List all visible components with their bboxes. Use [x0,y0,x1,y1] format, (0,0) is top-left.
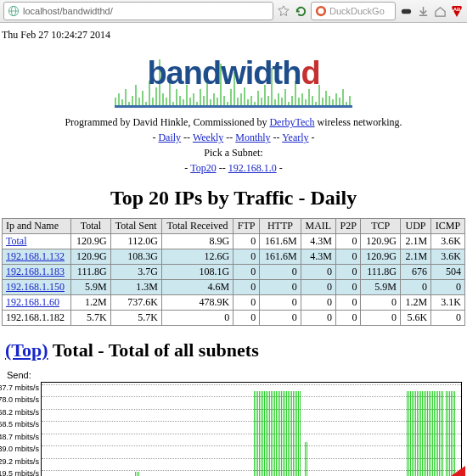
y-tick: 58.5 mbits/s [0,420,39,428]
svg-rect-32 [200,89,201,106]
y-tick: 39.0 mbits/s [0,445,39,453]
svg-rect-36 [213,93,215,106]
nav-yearly[interactable]: Yearly [282,132,308,143]
data-cell: 0 [260,280,301,295]
home-icon[interactable] [433,4,447,18]
duckduckgo-icon [315,5,327,17]
data-cell: 4.3M [301,234,335,249]
data-cell: 0 [234,311,260,326]
nav-weekly[interactable]: Weekly [193,132,223,143]
svg-rect-57 [284,89,286,106]
controller-icon[interactable] [399,4,413,18]
svg-rect-74 [342,89,344,106]
data-cell: 1.2M [71,295,110,311]
data-cell: 161.6M [260,234,301,249]
data-cell: 5.9M [71,280,110,295]
svg-rect-55 [278,93,279,106]
data-cell: 0 [234,234,260,249]
logo-text: bandwidthd [115,55,352,92]
data-cell: 0 [234,295,260,311]
subnet-top20-link[interactable]: Top20 [190,162,217,174]
data-cell: 3.7G [110,265,161,280]
col-header: Total [71,219,110,234]
data-cell: 0 [335,249,361,265]
data-cell: 5.9M [361,280,400,295]
data-cell: 5.7K [110,311,161,326]
browser-toolbar: localhost/bandwidthd/ DuckDuckGo AB [0,0,467,23]
ip-link[interactable]: 192.168.1.150 [6,281,65,293]
data-cell: 0 [335,295,361,311]
data-cell: 112.0G [110,234,161,249]
reload-icon[interactable] [294,4,307,18]
svg-rect-30 [193,93,194,106]
col-header: FTP [234,219,260,234]
ip-cell: 192.168.1.60 [3,295,71,311]
ip-link[interactable]: 192.168.1.132 [6,250,65,262]
ip-link[interactable]: 192.168.1.60 [6,296,59,308]
abp-icon[interactable]: AB [450,4,464,18]
data-cell: 0 [361,295,400,311]
data-cell: 0 [260,265,301,280]
bookmark-star-icon[interactable] [277,4,290,18]
svg-rect-64 [308,89,310,106]
data-cell: 0 [260,295,301,311]
data-cell: 108.1G [161,265,233,280]
ip-link[interactable]: Total [6,235,27,247]
subnet-ip-link[interactable]: 192.168.1.0 [228,162,277,174]
svg-rect-25 [176,89,177,106]
data-cell: 111.8G [71,265,110,280]
table-row: 192.168.1.601.2M737.6K478.9K000001.2M3.1… [3,295,465,311]
data-cell: 111.8G [361,265,400,280]
svg-rect-44 [240,93,242,106]
table-row: 192.168.1.1825.7K5.7K0000005.6K0 [3,311,465,326]
send-label: Send: [7,370,465,380]
col-header: Total Sent [110,219,161,234]
table-row: 192.168.1.1505.9M1.3M4.6M00005.9M00 [3,280,465,295]
data-cell: 12.6G [161,249,233,265]
logo-block: bandwidthd [2,50,465,113]
data-cell: 0 [400,280,430,295]
data-cell: 0 [301,295,335,311]
nav-monthly[interactable]: Monthly [235,132,270,143]
col-header: TCP [361,219,400,234]
search-bar[interactable]: DuckDuckGo [311,2,396,20]
nav-daily[interactable]: Daily [158,132,181,143]
data-cell: 0 [335,234,361,249]
page-content: Thu Feb 27 10:24:27 2014 bandwidthd Prog… [0,23,467,476]
data-cell: 0 [301,311,335,326]
data-cell: 161.6M [260,249,301,265]
svg-rect-41 [230,89,232,106]
page-timestamp: Thu Feb 27 10:24:27 2014 [2,29,465,42]
col-header: UDP [400,219,430,234]
col-header: ICMP [431,219,465,234]
section-heading: (Top) Total - Total of all subnets [5,339,465,361]
data-cell: 1.3M [110,280,161,295]
data-cell: 120.9G [71,234,110,249]
traffic-table: Ip and NameTotalTotal SentTotal Received… [2,218,465,326]
top-anchor-link[interactable]: (Top) [5,339,48,361]
svg-point-4 [318,8,324,14]
svg-rect-8 [118,93,120,106]
ip-link[interactable]: 192.168.1.183 [6,266,65,277]
data-cell: 3.6K [431,234,465,249]
svg-rect-72 [335,93,337,106]
svg-rect-5 [401,8,410,14]
url-bar[interactable]: localhost/bandwidthd/ [3,2,273,20]
data-cell: 0 [361,311,400,326]
col-header: Ip and Name [3,219,71,234]
subnet-label: Pick a Subnet: [2,147,465,160]
data-cell: 4.6M [161,280,233,295]
svg-rect-21 [162,93,164,106]
data-cell: 120.9G [361,249,400,265]
send-graph: Wed, Feb 26 [41,382,462,476]
period-nav: - Daily -- Weekly -- Monthly -- Yearly - [2,132,465,144]
col-header: MAIL [301,219,335,234]
data-cell: 3.1K [431,295,465,311]
download-icon[interactable] [416,4,430,18]
page-title: Top 20 IPs by Traffic - Daily [2,187,465,210]
derbytech-link[interactable]: DerbyTech [269,116,314,128]
data-cell: 0 [431,311,465,326]
data-cell: 5.6K [400,311,430,326]
y-tick: 68.2 mbits/s [0,408,39,417]
data-cell: 3.6K [431,249,465,265]
